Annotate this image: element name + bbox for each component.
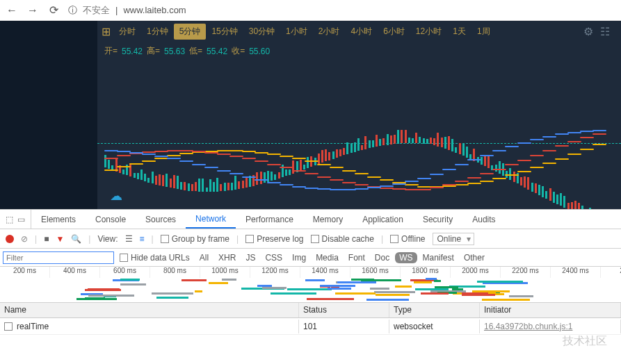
candlestick-chart[interactable]: ☁ [97,63,621,209]
filter-type-manifest[interactable]: Manifest [419,252,458,263]
timeframe-tab-1[interactable]: 1分钟 [141,24,174,40]
timeframe-tab-9[interactable]: 12小时 [410,24,447,40]
open-value: 55.42 [122,47,143,56]
address-bar[interactable]: ⓘ 不安全 | www.laiteb.com [68,4,615,17]
waterfall-tick: 1800 ms [401,267,451,278]
col-name[interactable]: Name [0,303,299,317]
filter-type-img[interactable]: Img [288,252,310,263]
timeframe-tab-3[interactable]: 15分钟 [206,24,243,40]
timeframe-tab-0[interactable]: 分时 [113,24,141,40]
timeframe-tab-2[interactable]: 5分钟 [174,24,207,40]
waterfall-tick: 260 [601,267,621,278]
request-row[interactable]: realTime101websocket16.4a3972bb.chunk.js… [0,318,621,335]
inspect-icon[interactable]: ⬚ [6,215,13,224]
chart-sidebar [0,21,97,209]
devtools-tab-elements[interactable]: Elements [31,210,86,229]
ohlc-display: 开=55.42 高=55.63 低=55.42 收=55.60 [97,42,621,60]
info-icon: ⓘ [68,4,77,17]
devtools-tab-memory[interactable]: Memory [303,210,353,229]
waterfall-tick: 1200 ms [250,267,300,278]
low-value: 55.42 [207,47,227,56]
filter-type-js[interactable]: JS [241,252,259,263]
waterfall-tick: 2000 ms [451,267,501,278]
clear-button[interactable]: ⊘ [21,234,28,244]
waterfall-tick: 800 ms [150,267,200,278]
devtools-tab-sources[interactable]: Sources [136,210,186,229]
devtools-tab-security[interactable]: Security [413,210,462,229]
back-icon[interactable]: ← [6,4,18,17]
waterfall-tick: 2200 ms [501,267,551,278]
fullscreen-icon[interactable]: ⊞ [102,25,111,38]
security-label: 不安全 [83,4,110,17]
devtools-tab-application[interactable]: Application [353,210,413,229]
col-initiator[interactable]: Initiator [480,303,621,317]
waterfall-tick: 200 ms [0,267,50,278]
preserve-log-checkbox[interactable]: Preserve log [245,234,303,244]
waterfall-tick: 2400 ms [551,267,601,278]
filter-type-font[interactable]: Font [344,252,369,263]
reload-icon[interactable]: ⟳ [47,4,60,17]
filter-type-other[interactable]: Other [460,252,489,263]
waterfall-tick: 1000 ms [200,267,250,278]
network-toolbar: ⊘ | ■ ▼ 🔍 | View: ☰ ≡ | Group by frame |… [0,229,621,249]
filter-input[interactable] [3,251,114,264]
timeframe-tab-7[interactable]: 4小时 [345,24,378,40]
waterfall-tick: 1400 ms [300,267,350,278]
timeframe-tab-5[interactable]: 1小时 [280,24,313,40]
timeframe-tab-8[interactable]: 6小时 [378,24,410,40]
devtools-tab-performance[interactable]: Performance [236,210,303,229]
devtools-tab-console[interactable]: Console [86,210,136,229]
url-text: www.laiteb.com [123,5,186,15]
view-label: View: [97,234,118,244]
offline-checkbox[interactable]: Offline [390,234,425,244]
devtools-tab-network[interactable]: Network [186,210,236,229]
filter-type-media[interactable]: Media [312,252,343,263]
waterfall-tick: 400 ms [50,267,100,278]
indicator-icon[interactable]: ☷ [600,25,610,38]
disable-cache-checkbox[interactable]: Disable cache [311,234,374,244]
filter-row: Hide data URLs AllXHRJSCSSImgMediaFontDo… [0,249,621,267]
high-value: 55.63 [164,47,185,56]
filter-type-ws[interactable]: WS [395,252,417,263]
throttling-select[interactable]: Online [433,233,475,245]
camera-icon[interactable]: ■ [44,234,49,244]
forward-icon[interactable]: → [26,4,39,17]
cloud-icon[interactable]: ☁ [110,188,122,204]
waterfall-tick: 600 ms [100,267,150,278]
filter-type-xhr[interactable]: XHR [214,252,240,263]
col-type[interactable]: Type [389,303,480,317]
col-status[interactable]: Status [299,303,389,317]
record-button[interactable] [6,235,14,243]
search-icon[interactable]: 🔍 [71,234,81,244]
close-value: 55.60 [249,47,270,56]
gear-icon[interactable]: ⚙ [583,25,593,38]
request-table: Name Status Type Initiator realTime101we… [0,303,621,364]
hide-data-urls-checkbox[interactable]: Hide data URLs [120,253,190,263]
waterfall-tick: 1600 ms [350,267,401,278]
timeframe-tab-6[interactable]: 2小时 [313,24,346,40]
browser-toolbar: ← → ⟳ ⓘ 不安全 | www.laiteb.com [0,0,621,21]
timeframe-tabs: ⊞ 分时1分钟5分钟15分钟30分钟1小时2小时4小时6小时12小时1天1周 ⚙… [97,21,621,42]
timeframe-tab-10[interactable]: 1天 [447,24,471,40]
large-rows-icon[interactable]: ☰ [125,234,133,244]
waterfall-icon[interactable]: ≡ [140,234,145,244]
chart-area: ⊞ 分时1分钟5分钟15分钟30分钟1小时2小时4小时6小时12小时1天1周 ⚙… [0,21,621,209]
devtools-panel: ⬚ ▭ ElementsConsoleSourcesNetworkPerform… [0,209,621,364]
filter-type-doc[interactable]: Doc [371,252,394,263]
devtools-tab-audits[interactable]: Audits [462,210,505,229]
waterfall-overview[interactable]: 200 ms400 ms600 ms800 ms1000 ms1200 ms14… [0,267,621,303]
filter-type-css[interactable]: CSS [261,252,287,263]
timeframe-tab-11[interactable]: 1周 [471,24,496,40]
device-icon[interactable]: ▭ [17,215,25,224]
timeframe-tab-4[interactable]: 30分钟 [243,24,280,40]
group-by-frame-checkbox[interactable]: Group by frame [161,234,229,244]
filter-type-all[interactable]: All [195,252,213,263]
filter-icon[interactable]: ▼ [56,234,64,244]
